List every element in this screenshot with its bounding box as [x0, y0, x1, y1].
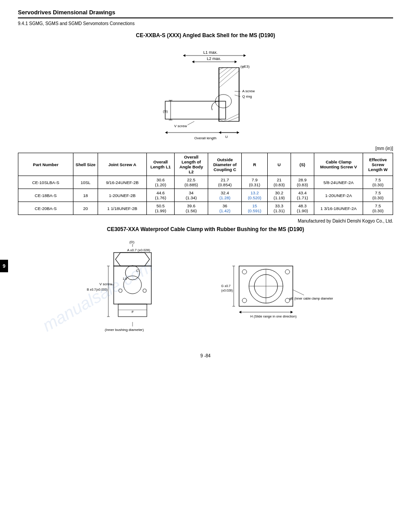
cell-joint: 1-20UNEF-2B [98, 189, 146, 202]
header-part: Part Number [18, 153, 73, 176]
cell-part: CE-10SLBA-S [18, 176, 73, 189]
svg-text:A screw: A screw [242, 89, 255, 93]
cell-eff: 7.5(0.30) [363, 189, 393, 202]
svg-point-74 [242, 298, 247, 303]
svg-text:V screw: V screw [174, 124, 187, 128]
cell-outside: 32.4(1.28) [208, 189, 242, 202]
svg-text:C: C [136, 269, 139, 273]
svg-rect-45 [114, 266, 151, 304]
header-u: U [267, 153, 291, 176]
svg-line-31 [188, 121, 194, 125]
cell-outside: 21.7(0.854) [208, 176, 242, 189]
svg-line-29 [235, 95, 240, 97]
unit-note: [mm (in)] [18, 146, 393, 151]
cell-l1: 50.5(1.99) [147, 202, 175, 215]
cell-eff: 7.5(0.30) [363, 202, 393, 215]
svg-point-52 [143, 289, 146, 292]
svg-rect-42 [114, 253, 151, 266]
diagram2-title: CE3057-XXA Waterproof Cable Clamp with R… [18, 226, 393, 232]
diagram2-right-svg: G ±0.7 (±0.028) φE (Inner cable clamp di… [221, 237, 333, 340]
header-l2: Overall Length of Angle Body L2 [174, 153, 208, 176]
svg-text:L2 max.: L2 max. [207, 56, 221, 61]
svg-text:V screw: V screw [99, 282, 112, 286]
svg-marker-37 [165, 131, 167, 134]
cell-cable: 1-20UNEF-2A [314, 189, 363, 202]
svg-line-76 [293, 290, 304, 295]
svg-line-16 [219, 71, 239, 88]
cell-shell: 10SL [73, 176, 98, 189]
header-effective: Effective Screw Length W [363, 153, 393, 176]
header-joint: Joint Screw A [98, 153, 146, 176]
cell-l2: 39.6(1.56) [174, 202, 208, 215]
svg-text:H (Slide range in one directio: H (Slide range in one direction) [250, 314, 297, 318]
svg-text:φE (Inner cable clamp diameter: φE (Inner cable clamp diameter) [289, 297, 333, 300]
header-l1: Overall Length L1 [147, 153, 175, 176]
svg-marker-2 [244, 54, 246, 57]
cell-eff: 7.5(0.30) [363, 176, 393, 189]
cell-u: 33.3(1.31) [267, 202, 291, 215]
cell-joint: 9/16-24UNEF-2B [98, 176, 146, 189]
header-title: Servodrives Dimensional Drawings [18, 9, 393, 18]
side-tab: 9 [0, 260, 8, 272]
cell-part: CE-18BA-S [18, 189, 73, 202]
svg-text:Overall length: Overall length [194, 136, 216, 140]
header-shell: Shell Size [73, 153, 98, 176]
svg-point-72 [242, 270, 247, 274]
cell-u: 30.2(1.19) [267, 189, 291, 202]
svg-rect-20 [165, 101, 226, 119]
table-row: CE-18BA-S181-20UNEF-2B44.6(1.76)34(1.34)… [18, 189, 393, 202]
svg-text:L1 max.: L1 max. [203, 50, 218, 55]
svg-line-19 [228, 117, 239, 121]
svg-text:U: U [225, 135, 228, 139]
diagrams-row: (D) A ±0.7 (±0.028) C 1.8 V screw B ±0.7… [18, 237, 393, 340]
cell-r: 7.9(0.31) [242, 176, 267, 189]
cell-cable: 5/8-24UNEF-2A [314, 176, 363, 189]
cell-u: 21(0.83) [267, 176, 291, 189]
cell-r: 13.2(0.520) [242, 189, 267, 202]
table-row: CE-10SLBA-S10SL9/16-24UNEF-2B30.6(1.20)2… [18, 176, 393, 189]
manufactured-note: Manufactured by Daiichi Denshi Kogyo Co.… [18, 219, 393, 223]
svg-text:G ±0.7: G ±0.7 [221, 284, 231, 287]
header-cable: Cable Clamp Mounting Screw V [314, 153, 363, 176]
svg-text:F: F [132, 310, 134, 314]
cell-l2: 34(1.34) [174, 189, 208, 202]
table-row: CE-20BA-S201 1/18UNEF-2B50.5(1.99)39.6(1… [18, 202, 393, 215]
diagram1-svg: L1 max. L2 max. (φE3) (S) [129, 43, 282, 142]
cell-r: 15(0.591) [242, 202, 267, 215]
svg-text:A ±0.7 (±0.028): A ±0.7 (±0.028) [127, 248, 150, 252]
svg-text:(±0.028): (±0.028) [221, 289, 233, 292]
svg-text:(S): (S) [163, 109, 168, 113]
header-r: R [242, 153, 267, 176]
cell-part: CE-20BA-S [18, 202, 73, 215]
svg-text:(φE3): (φE3) [240, 64, 250, 69]
svg-text:1.8: 1.8 [123, 277, 127, 280]
diagram1-container: L1 max. L2 max. (φE3) (S) [18, 43, 393, 142]
diagram2-left-svg: (D) A ±0.7 (±0.028) C 1.8 V screw B ±0.7… [78, 237, 203, 340]
svg-line-17 [219, 119, 223, 121]
svg-line-15 [219, 68, 237, 83]
section-title: 9.4.1 SGMG, SGMS and SGMD Servomotors Co… [18, 21, 393, 26]
cell-l1: 30.6(1.20) [147, 176, 175, 189]
cell-shell: 18 [73, 189, 98, 202]
cell-shell: 20 [73, 202, 98, 215]
svg-line-13 [219, 68, 228, 74]
header-s: (S) [291, 153, 314, 176]
diagram1-title: CE-XXBA-S (XXX) Angled Back Shell for th… [18, 32, 393, 39]
svg-marker-6 [235, 60, 237, 63]
svg-text:B ±0.7(±0.033): B ±0.7(±0.033) [87, 288, 107, 292]
cell-joint: 1 1/18UNEF-2B [98, 202, 146, 215]
svg-text:Q ring: Q ring [242, 94, 252, 99]
svg-marker-43 [116, 253, 150, 266]
svg-marker-5 [192, 60, 194, 63]
cell-l2: 22.5(0.885) [174, 176, 208, 189]
svg-marker-79 [239, 311, 241, 313]
svg-point-51 [119, 289, 122, 292]
svg-point-44 [125, 266, 140, 280]
cell-l1: 44.6(1.76) [147, 189, 175, 202]
svg-point-73 [285, 270, 290, 274]
dimensions-table: Part Number Shell Size Joint Screw A Ove… [18, 153, 393, 215]
svg-text:(D): (D) [129, 240, 134, 244]
svg-line-12 [219, 68, 223, 70]
page-number: 9 -84 [18, 353, 393, 358]
cell-s: 28.9(0.83) [291, 176, 314, 189]
